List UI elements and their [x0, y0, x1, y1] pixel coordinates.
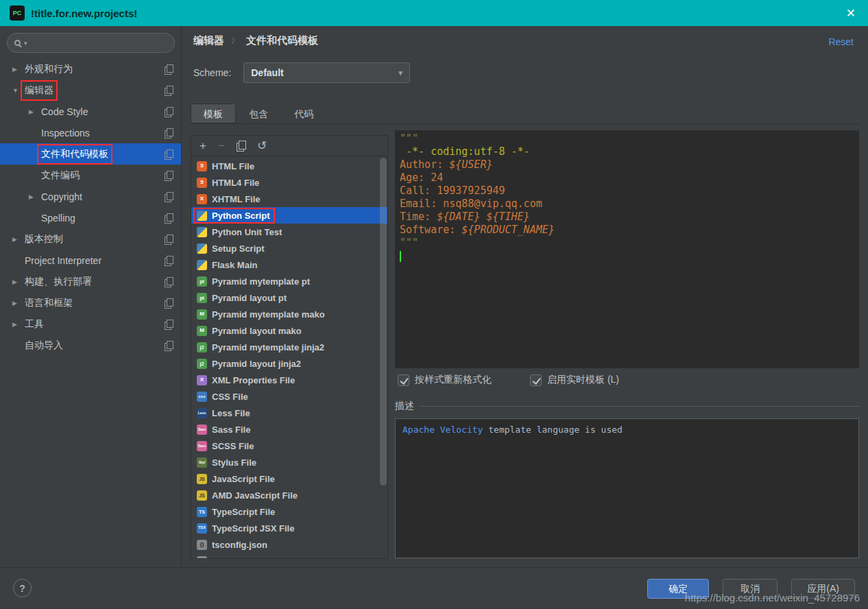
chevron-collapsed-icon[interactable]: ▶ — [12, 300, 25, 307]
template-item-inner: TSTypeScript File — [197, 507, 275, 517]
template-list-item[interactable]: TSXTypeScript JSX File — [191, 520, 387, 536]
chevron-expanded-icon[interactable]: ▼ — [12, 87, 25, 94]
checkbox-icon[interactable] — [530, 374, 542, 386]
template-list-item[interactable]: XXHTML File — [191, 191, 387, 207]
file-type-icon-json: {} — [197, 540, 207, 550]
template-list-item[interactable]: TSTypeScript File — [191, 503, 387, 520]
template-list-item[interactable]: j2Pyramid layout jinja2 — [191, 355, 387, 372]
search-options-chevron-icon[interactable]: ▾ — [24, 40, 27, 47]
template-list-item[interactable]: ptPyramid mytemplate pt — [191, 273, 387, 289]
template-list-item[interactable]: SassSCSS File — [191, 438, 387, 454]
template-name: Python Unit Test — [212, 227, 282, 237]
settings-search-input[interactable]: ▾ — [7, 33, 175, 53]
reformat-option[interactable]: 按样式重新格式化 — [398, 374, 492, 386]
revert-template-icon[interactable]: ↺ — [257, 140, 267, 152]
template-list-item[interactable]: Python Script — [191, 207, 387, 224]
chevron-collapsed-icon[interactable]: ▶ — [12, 321, 25, 328]
template-item-inner: XXML Properties File — [197, 375, 295, 385]
template-item-inner: cssCSS File — [197, 392, 248, 402]
template-list-item[interactable]: 5HTML File — [191, 158, 387, 174]
template-list-item[interactable]: j2Pyramid mytemplate jinja2 — [191, 339, 387, 355]
template-list-item[interactable]: {}package.json — [191, 553, 387, 558]
chevron-collapsed-icon[interactable]: ▶ — [12, 236, 25, 243]
apache-velocity-link[interactable]: Apache Velocity — [402, 425, 483, 435]
scheme-row: Scheme: Default ▼ — [193, 62, 410, 83]
template-list-item[interactable]: 5HTML4 File — [191, 174, 387, 191]
sidebar-item[interactable]: Spelling — [0, 207, 181, 228]
sidebar-item-label: Spelling — [41, 213, 75, 224]
sidebar-item[interactable]: ▶版本控制 — [0, 228, 181, 250]
cancel-button[interactable]: 取消 — [723, 579, 777, 599]
sidebar-item[interactable]: ▶Code Style — [0, 101, 181, 122]
settings-page-icon — [165, 107, 173, 117]
template-list-item[interactable]: StylStylus File — [191, 454, 387, 470]
template-name: Stylus File — [212, 457, 256, 468]
chevron-collapsed-icon[interactable]: ▶ — [12, 66, 25, 73]
template-list-item[interactable]: MPyramid mytemplate mako — [191, 306, 387, 322]
sidebar-item[interactable]: 自动导入 — [0, 335, 181, 356]
template-item-inner: ptPyramid layout pt — [197, 293, 287, 303]
file-type-icon-xml: X — [197, 375, 207, 385]
sidebar-item[interactable]: Inspections — [0, 122, 181, 143]
template-list-item[interactable]: {}tsconfig.json — [191, 536, 387, 553]
close-icon[interactable]: ✕ — [843, 6, 858, 21]
remove-template-icon[interactable]: − — [218, 140, 225, 152]
sidebar-item[interactable]: 文件编码 — [0, 165, 181, 186]
code-line: Software: ${PRODUCT_NAME} — [400, 224, 854, 237]
breadcrumb-page: 文件和代码模板 — [246, 34, 318, 47]
pycharm-logo-icon: PC — [10, 5, 25, 21]
ok-button[interactable]: 确定 — [647, 579, 709, 599]
template-item-inner: {}package.json — [197, 556, 268, 559]
template-list-item[interactable]: cssCSS File — [191, 388, 387, 405]
template-list-item[interactable]: Setup Script — [191, 240, 387, 256]
sidebar-item[interactable]: ▶构建、执行部署 — [0, 271, 181, 292]
sidebar-item[interactable]: ▶外观和行为 — [0, 58, 181, 80]
sidebar-item[interactable]: ▶语言和框架 — [0, 292, 181, 313]
template-item-inner: LessLess File — [197, 408, 250, 418]
file-type-icon-xhtml: X — [197, 194, 207, 204]
template-list-item[interactable]: Python Unit Test — [191, 224, 387, 240]
settings-page-icon — [165, 213, 173, 223]
tab-code[interactable]: 代码 — [281, 104, 326, 123]
template-list-item[interactable]: MPyramid layout mako — [191, 322, 387, 339]
template-name: XML Properties File — [212, 375, 295, 385]
template-panel: + − ↺ 5HTML File5HTML4 FileXXHTML FilePy… — [191, 135, 388, 559]
checkbox-icon[interactable] — [398, 374, 409, 386]
template-list-item[interactable]: LessLess File — [191, 405, 387, 421]
description-box: Apache Velocity template language is use… — [395, 418, 859, 558]
sidebar-item-label: 外观和行为 — [25, 63, 73, 75]
sidebar-item[interactable]: ▼编辑器 — [0, 80, 181, 101]
sidebar-item[interactable]: 文件和代码模板 — [0, 143, 181, 165]
sidebar-item[interactable]: Project Interpreter — [0, 250, 181, 271]
template-list-item[interactable]: JSAMD JavaScript File — [191, 487, 387, 503]
template-list-item[interactable]: SassSass File — [191, 421, 387, 438]
template-name: HTML4 File — [212, 178, 259, 188]
template-editor[interactable]: """ -*- coding:utf-8 -*-Author: ${USER}A… — [395, 130, 859, 368]
code-line: -*- coding:utf-8 -*- — [400, 145, 854, 158]
sidebar-item[interactable]: ▶Copyright — [0, 186, 181, 207]
template-list-item[interactable]: Flask Main — [191, 256, 387, 273]
chevron-collapsed-icon[interactable]: ▶ — [29, 108, 41, 115]
copy-template-icon[interactable] — [237, 141, 245, 151]
chevron-collapsed-icon[interactable]: ▶ — [29, 193, 41, 200]
file-type-icon-python — [197, 260, 207, 270]
apply-button[interactable]: 应用(A) — [791, 579, 855, 599]
scrollbar-thumb[interactable] — [380, 158, 387, 486]
breadcrumb-section[interactable]: 编辑器 — [193, 34, 224, 47]
sidebar-item[interactable]: ▶工具 — [0, 313, 181, 335]
template-list-item[interactable]: XXML Properties File — [191, 372, 387, 388]
scheme-select[interactable]: Default ▼ — [243, 62, 410, 83]
template-list-item[interactable]: JSJavaScript File — [191, 470, 387, 487]
template-list-item[interactable]: ptPyramid layout pt — [191, 289, 387, 306]
chevron-collapsed-icon[interactable]: ▶ — [12, 278, 25, 285]
template-name: Pyramid mytemplate pt — [212, 276, 310, 287]
search-icon — [14, 40, 21, 46]
live-template-option[interactable]: 启用实时模板 (L) — [530, 374, 619, 386]
tab-includes[interactable]: 包含 — [236, 104, 281, 123]
template-name: AMD JavaScript File — [212, 490, 298, 501]
template-item-inner: MPyramid mytemplate mako — [197, 309, 325, 320]
add-template-icon[interactable]: + — [200, 140, 206, 152]
help-button[interactable]: ? — [13, 579, 32, 597]
tab-templates[interactable]: 模板 — [191, 104, 236, 123]
reset-link[interactable]: Reset — [828, 36, 854, 47]
